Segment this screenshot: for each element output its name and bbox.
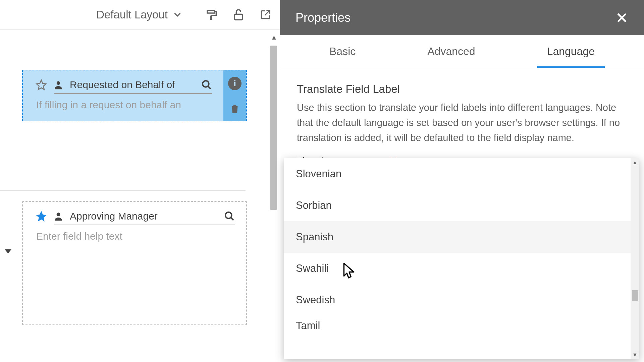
- scroll-thumb[interactable]: [270, 46, 277, 210]
- tab-label: Basic: [329, 45, 356, 58]
- tab-label: Language: [547, 45, 595, 58]
- panel-title: Properties: [296, 11, 351, 25]
- open-external-button[interactable]: [258, 7, 273, 22]
- dropdown-item-partial-bottom[interactable]: Tamil: [284, 316, 639, 336]
- input-underline: [54, 225, 235, 225]
- field-card-approving-manager[interactable]: Approving Manager Enter field help text: [22, 201, 247, 325]
- form-canvas: Requested on Behalf of If filling in a r…: [0, 29, 280, 362]
- field-label: Approving Manager: [70, 210, 218, 222]
- star-outline-icon[interactable]: [36, 79, 47, 90]
- paint-roller-icon: [205, 8, 218, 21]
- scroll-up-arrow-icon: ▲: [632, 160, 638, 166]
- layout-toolbar: Default Layout: [0, 0, 280, 29]
- canvas-scrollbar[interactable]: ▲: [269, 30, 279, 362]
- dropdown-item[interactable]: Spanish: [284, 221, 639, 253]
- info-button[interactable]: i: [228, 77, 241, 90]
- paint-format-button[interactable]: [204, 7, 219, 22]
- open-in-new-icon: [259, 8, 272, 21]
- trash-icon: [229, 103, 240, 114]
- field-help-text: If filling in a request on behalf an: [36, 99, 212, 111]
- dropdown-item[interactable]: Sorbian: [284, 190, 639, 221]
- panel-header: Properties: [280, 0, 644, 35]
- unlocked-icon: [232, 8, 245, 21]
- tab-basic[interactable]: Basic: [319, 35, 366, 68]
- tab-language[interactable]: Language: [537, 35, 605, 68]
- scroll-thumb[interactable]: [632, 290, 638, 301]
- layout-selector[interactable]: Default Layout: [96, 8, 182, 21]
- panel-tabs: Basic Advanced Language: [280, 35, 644, 68]
- field-label: Requested on Behalf of: [70, 79, 195, 90]
- close-icon: [615, 11, 629, 24]
- field-actions: i: [223, 70, 246, 121]
- language-dropdown: SlovenianSorbianSpanishSwahiliSwedishTam…: [284, 158, 639, 359]
- panel-close-button[interactable]: [615, 11, 629, 24]
- layout-selector-label: Default Layout: [96, 8, 168, 21]
- translate-heading: Translate Field Label: [297, 83, 627, 96]
- search-icon[interactable]: [224, 211, 235, 222]
- search-icon[interactable]: [201, 79, 212, 90]
- scroll-up-arrow-icon: ▲: [271, 34, 277, 41]
- dropdown-item[interactable]: Swedish: [284, 284, 639, 316]
- svg-point-3: [57, 213, 60, 216]
- dropdown-item[interactable]: Swahili: [284, 253, 639, 284]
- person-icon: [53, 79, 64, 90]
- svg-point-2: [203, 81, 209, 87]
- section-collapse-toggle[interactable]: [5, 248, 11, 255]
- scroll-down-arrow-icon: ▼: [632, 352, 638, 358]
- translate-description: Use this section to translate your field…: [297, 100, 627, 145]
- delete-button[interactable]: [229, 103, 240, 114]
- dropdown-item[interactable]: Slovenian: [284, 158, 639, 190]
- svg-point-1: [57, 81, 60, 85]
- field-help-placeholder: Enter field help text: [36, 231, 235, 242]
- info-icon: i: [233, 78, 236, 88]
- input-underline: [54, 93, 212, 94]
- field-card-requested-on-behalf[interactable]: Requested on Behalf of If filling in a r…: [22, 70, 247, 121]
- tab-label: Advanced: [427, 45, 475, 58]
- person-icon: [53, 211, 64, 222]
- panel-body: Translate Field Label Use this section t…: [280, 68, 644, 160]
- tab-advanced[interactable]: Advanced: [417, 35, 485, 68]
- chevron-down-icon: [172, 10, 182, 20]
- star-filled-icon[interactable]: [36, 210, 47, 222]
- lock-toggle-button[interactable]: [231, 7, 246, 22]
- svg-point-4: [225, 212, 232, 219]
- dropdown-scrollbar[interactable]: ▲ ▼: [631, 158, 639, 359]
- svg-rect-0: [234, 14, 242, 20]
